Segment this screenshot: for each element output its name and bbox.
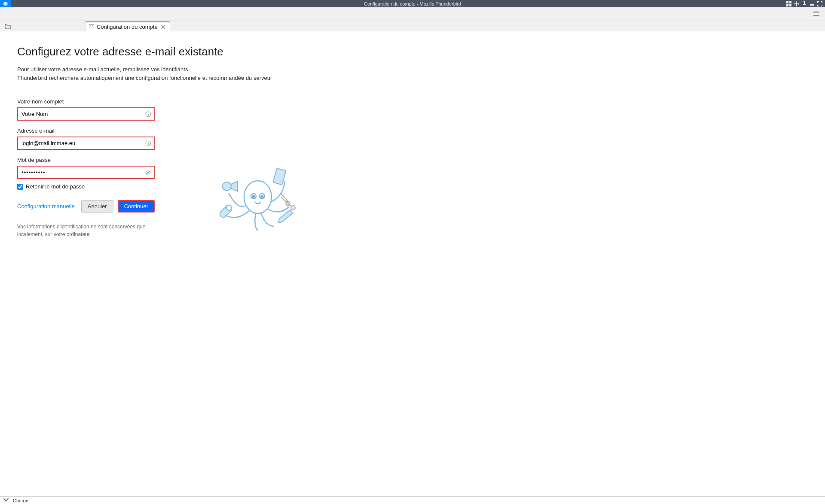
name-label: Votre nom complet — [17, 98, 155, 105]
page-title: Configurez votre adresse e-mail existant… — [17, 45, 808, 58]
svg-rect-0 — [786, 1, 788, 3]
svg-rect-16 — [273, 168, 286, 185]
email-input[interactable] — [18, 137, 154, 149]
network-icon — [3, 498, 9, 503]
password-field-group: Mot de passe — [17, 157, 155, 179]
disclaimer-text: Vos informations d'identification ne son… — [17, 223, 150, 238]
svg-point-10 — [148, 142, 149, 143]
email-field-group: Adresse e-mail — [17, 128, 155, 150]
menu-button[interactable] — [811, 9, 822, 19]
app-icon — [0, 0, 11, 7]
cancel-button[interactable]: Annuler — [81, 200, 113, 213]
octopus-illustration — [215, 163, 301, 249]
manual-config-link[interactable]: Configuration manuelle — [17, 203, 77, 209]
info-icon[interactable] — [145, 111, 151, 117]
main-toolbar — [0, 7, 825, 21]
window-title: Configuration du compte - Mozilla Thunde… — [364, 1, 461, 6]
svg-point-15 — [223, 182, 231, 191]
tab-account-config[interactable]: Configuration du compte — [85, 21, 170, 31]
name-input[interactable] — [18, 108, 154, 120]
status-bar: Chargé — [0, 496, 825, 504]
password-input[interactable] — [18, 167, 154, 178]
info-icon[interactable] — [145, 140, 151, 146]
svg-rect-11 — [148, 143, 148, 145]
close-tab-icon[interactable] — [160, 24, 166, 30]
svg-point-7 — [148, 112, 149, 113]
name-field-group: Votre nom complet — [17, 98, 155, 121]
svg-point-22 — [253, 196, 255, 198]
move-icon[interactable] — [794, 1, 799, 6]
svg-point-19 — [244, 181, 272, 213]
svg-rect-1 — [789, 1, 791, 3]
thunderbird-icon — [3, 2, 8, 6]
main-content: Configurez votre adresse e-mail existant… — [0, 31, 825, 496]
remember-password-label: Retenir le mot de passe — [26, 183, 85, 190]
password-label: Mot de passe — [17, 157, 155, 163]
page-subtitle: Pour utiliser votre adresse e-mail actue… — [17, 65, 808, 82]
maximize-icon[interactable] — [817, 1, 822, 6]
status-text: Chargé — [13, 498, 28, 503]
window-titlebar: Configuration du compte - Mozilla Thunde… — [0, 0, 825, 7]
tab-strip: Configuration du compte — [0, 21, 825, 31]
svg-point-14 — [226, 205, 232, 210]
account-form: Votre nom complet Adresse e-mail — [17, 98, 155, 249]
eye-icon[interactable] — [145, 170, 151, 176]
remember-password-row: Retenir le mot de passe — [17, 183, 155, 190]
pin-icon[interactable] — [802, 1, 807, 6]
folder-icon[interactable] — [3, 22, 12, 31]
email-label: Adresse e-mail — [17, 128, 155, 134]
grid-icon[interactable] — [786, 1, 791, 6]
minimize-icon[interactable] — [810, 1, 815, 6]
svg-rect-2 — [786, 4, 788, 6]
svg-point-18 — [291, 206, 295, 210]
continue-button[interactable]: Continuer — [118, 200, 155, 213]
window-controls — [786, 1, 825, 6]
svg-rect-3 — [789, 4, 791, 6]
mail-icon — [89, 24, 94, 30]
svg-point-24 — [6, 501, 6, 502]
svg-point-23 — [261, 196, 263, 198]
svg-rect-4 — [810, 4, 814, 6]
remember-password-checkbox[interactable] — [17, 184, 23, 190]
svg-rect-8 — [148, 114, 148, 115]
tab-label: Configuration du compte — [97, 24, 158, 30]
